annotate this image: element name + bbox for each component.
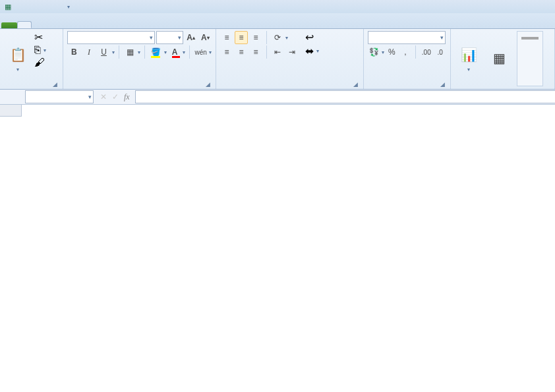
align-left-button[interactable]: ≡: [220, 45, 233, 59]
fx-icon[interactable]: fx: [124, 92, 130, 102]
tab-baidu[interactable]: [137, 22, 150, 28]
number-format-combo[interactable]: ▾: [368, 31, 446, 44]
chevron-down-icon: ▾: [88, 94, 92, 100]
group-label-align: ◢: [220, 86, 359, 89]
font-color-button[interactable]: A: [168, 45, 182, 59]
formula-input[interactable]: [135, 90, 555, 103]
ribbon-tabs: [0, 13, 555, 29]
group-font: ▾ ▾ A▴ A▾ B I U▾ ▦▾ 🪣▾ A▾ wén▾ ◢: [63, 29, 216, 89]
cells-area[interactable]: [22, 117, 555, 392]
tab-pagelayout[interactable]: [58, 22, 71, 28]
accounting-format-button[interactable]: 💱: [368, 45, 380, 59]
group-label-clipboard: ◢: [4, 86, 59, 89]
chevron-down-icon: ▾: [183, 49, 185, 55]
formula-bar: ▾ ✕ ✓ fx: [0, 90, 555, 105]
dialog-launcher-number[interactable]: ◢: [438, 80, 446, 88]
chevron-down-icon: ▾: [178, 34, 181, 41]
shrink-font-button[interactable]: A▾: [198, 31, 212, 44]
align-top-button[interactable]: ≡: [220, 31, 233, 44]
copy-button[interactable]: ⎘▾: [34, 44, 46, 56]
merge-center-button[interactable]: ⬌▾: [305, 45, 319, 57]
chevron-down-icon: ▾: [112, 49, 115, 55]
decrease-indent-button[interactable]: ⇤: [271, 45, 284, 59]
title-bar: ▦ ▾: [0, 0, 555, 13]
decrease-decimal-button[interactable]: .0: [434, 45, 446, 59]
chevron-down-icon: ▾: [316, 48, 319, 54]
name-box[interactable]: ▾: [25, 90, 94, 103]
tab-data[interactable]: [84, 22, 98, 28]
copy-icon: ⎘: [34, 44, 41, 56]
merge-icon: ⬌: [305, 45, 314, 57]
increase-indent-button[interactable]: ⇥: [285, 45, 299, 59]
chevron-down-icon: ▾: [138, 49, 140, 55]
grow-font-button[interactable]: A▴: [185, 31, 198, 44]
paste-icon: 📋: [9, 45, 27, 64]
dialog-launcher-align[interactable]: ◢: [351, 80, 359, 88]
underline-button[interactable]: U: [97, 45, 111, 59]
format-as-table-button[interactable]: ▦: [485, 31, 513, 86]
tab-insert[interactable]: [32, 22, 45, 28]
chevron-down-icon: ▾: [467, 67, 470, 72]
tab-acrobat[interactable]: [124, 22, 137, 28]
chevron-down-icon: ▾: [285, 35, 288, 41]
ribbon: 📋 ▾ ✂ ⎘▾ 🖌 ◢ ▾ ▾ A▴ A▾ B I U▾: [0, 29, 555, 90]
tab-developer[interactable]: [45, 22, 58, 28]
undo-button[interactable]: [32, 0, 45, 13]
group-alignment: ≡ ≡ ≡ ⟳▾ ≡ ≡ ≡ ⇤ ⇥ ↩ ⬌▾ ◢: [216, 29, 364, 89]
enter-formula-button[interactable]: ✓: [112, 92, 119, 102]
chevron-down-icon: ▾: [382, 49, 384, 55]
cut-button[interactable]: ✂: [34, 31, 46, 43]
font-size-combo[interactable]: ▾: [156, 31, 183, 44]
chevron-down-icon: ▾: [164, 49, 167, 55]
comma-button[interactable]: ,: [399, 45, 412, 59]
fill-color-button[interactable]: 🪣: [149, 45, 163, 59]
align-right-button[interactable]: ≡: [249, 45, 262, 59]
font-name-combo[interactable]: ▾: [67, 31, 155, 44]
tab-formulas[interactable]: [71, 22, 84, 28]
wrap-text-button[interactable]: ↩: [305, 31, 319, 43]
italic-button[interactable]: I: [82, 45, 96, 59]
percent-button[interactable]: %: [386, 45, 398, 59]
cancel-formula-button[interactable]: ✕: [100, 92, 107, 102]
tab-file[interactable]: [1, 22, 17, 28]
dialog-launcher-clipboard[interactable]: ◢: [51, 80, 59, 88]
qat-customize-icon[interactable]: ▾: [63, 1, 74, 12]
select-all-corner[interactable]: [0, 105, 22, 117]
group-styles: 📊 ▾ ▦: [451, 29, 555, 89]
group-clipboard: 📋 ▾ ✂ ⎘▾ 🖌 ◢: [0, 29, 63, 89]
cell-style-check[interactable]: [521, 37, 539, 40]
group-label-styles: [455, 86, 550, 89]
cond-format-icon: 📊: [459, 45, 478, 64]
chevron-down-icon: ▾: [150, 34, 153, 41]
orientation-button[interactable]: ⟳: [271, 31, 284, 44]
excel-app-icon: ▦: [3, 1, 13, 12]
group-label-font: ◢: [67, 86, 212, 89]
dialog-launcher-font[interactable]: ◢: [204, 80, 212, 88]
tab-home[interactable]: [17, 21, 32, 28]
border-button[interactable]: ▦: [123, 45, 137, 59]
brush-icon: 🖌: [34, 57, 45, 69]
tab-view[interactable]: [111, 22, 124, 28]
quick-access-toolbar: ▦ ▾: [0, 0, 74, 13]
scissors-icon: ✂: [34, 31, 43, 43]
phonetic-button[interactable]: wén: [194, 45, 208, 59]
chevron-down-icon: ▾: [209, 49, 212, 55]
table-icon: ▦: [490, 49, 508, 67]
paste-button[interactable]: 📋 ▾: [4, 31, 32, 86]
align-middle-button[interactable]: ≡: [235, 31, 248, 44]
bold-button[interactable]: B: [67, 45, 81, 59]
align-bottom-button[interactable]: ≡: [249, 31, 262, 44]
group-number: ▾ 💱▾ % , .00 .0 ◢: [364, 29, 451, 89]
align-center-button[interactable]: ≡: [235, 45, 248, 59]
column-headers: [22, 105, 555, 117]
group-label-number: ◢: [368, 86, 446, 89]
format-painter-button[interactable]: 🖌: [34, 57, 46, 69]
save-button[interactable]: [16, 0, 29, 13]
wrap-icon: ↩: [305, 31, 314, 43]
increase-decimal-button[interactable]: .00: [420, 45, 432, 59]
conditional-format-button[interactable]: 📊 ▾: [455, 31, 482, 86]
tab-review[interactable]: [98, 22, 111, 28]
spreadsheet-grid[interactable]: [0, 105, 555, 392]
cell-style-normal[interactable]: [521, 33, 539, 36]
redo-button[interactable]: [47, 0, 61, 13]
